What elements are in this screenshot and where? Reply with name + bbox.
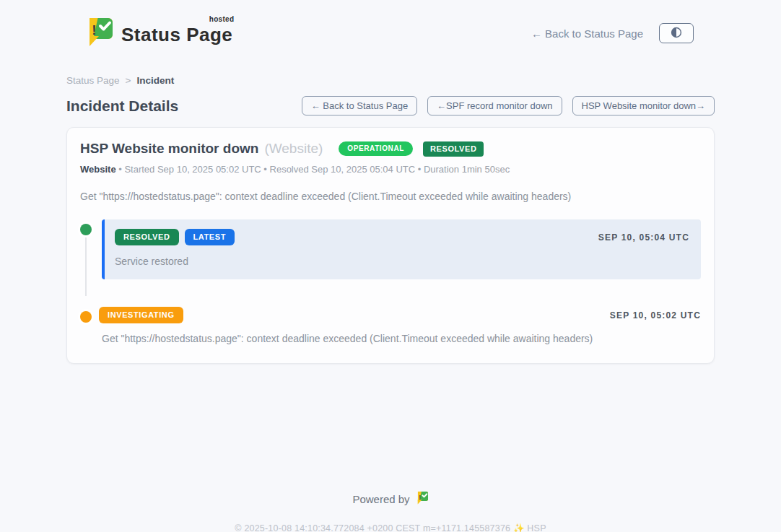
timeline-status-badge-investigating: INVESTIGATING <box>99 307 183 323</box>
next-incident-button[interactable]: HSP Website monitor down→ <box>572 96 715 115</box>
brand-superscript: hosted <box>209 15 235 23</box>
svg-text:!: ! <box>419 494 421 501</box>
incident-title: HSP Website monitor down <box>80 141 258 157</box>
brand-logo[interactable]: ! Status Page hosted <box>85 17 232 50</box>
header: ! Status Page hosted ← Back to Status Pa… <box>0 0 781 55</box>
timeline-item-investigating: INVESTIGATING SEP 10, 05:02 UTC Get "htt… <box>80 307 701 344</box>
incident-card: HSP Website monitor down (Website) OPERA… <box>66 127 715 364</box>
half-moon-contrast-icon <box>668 25 684 43</box>
page-title: Incident Details <box>66 97 178 115</box>
timeline-item-resolved: RESOLVED LATEST SEP 10, 05:04 UTC Servic… <box>80 219 701 279</box>
timeline-latest-badge: LATEST <box>185 229 235 245</box>
main-content: Status Page > Incident Incident Details … <box>66 75 715 364</box>
powered-by-label: Powered by <box>352 493 409 505</box>
incident-nav-buttons: ← Back to Status Page ←SPF record monito… <box>302 96 715 115</box>
timeline-timestamp: SEP 10, 05:02 UTC <box>610 310 701 320</box>
timeline-update-panel: RESOLVED LATEST SEP 10, 05:04 UTC Servic… <box>102 219 701 279</box>
powered-by[interactable]: Powered by ! <box>0 491 781 507</box>
timeline-message: Get "https://hostedstatus.page": context… <box>99 333 701 344</box>
timeline-timestamp: SEP 10, 05:04 UTC <box>598 232 689 243</box>
svg-text:!: ! <box>92 22 96 38</box>
breadcrumb-root[interactable]: Status Page <box>66 75 120 86</box>
incident-meta-details: • Started Sep 10, 2025 05:02 UTC • Resol… <box>118 164 510 175</box>
back-to-status-page-button[interactable]: ← Back to Status Page <box>302 96 417 115</box>
incident-meta: Website • Started Sep 10, 2025 05:02 UTC… <box>80 164 701 175</box>
header-back-link[interactable]: ← Back to Status Page <box>531 27 643 40</box>
timeline-status-badge-resolved: RESOLVED <box>115 229 179 245</box>
prev-incident-button[interactable]: ←SPF record monitor down <box>427 96 562 115</box>
incident-timeline: RESOLVED LATEST SEP 10, 05:04 UTC Servic… <box>80 219 701 344</box>
incident-meta-component: Website <box>80 164 116 175</box>
breadcrumb-separator: > <box>126 75 131 86</box>
breadcrumb-current: Incident <box>136 75 174 86</box>
brand-name: Status Page hosted <box>121 17 232 46</box>
timeline-message: Service restored <box>115 256 689 267</box>
copyright-line: © 2025-10-08 14:10:34.772084 +0200 CEST … <box>0 523 781 532</box>
incident-status-badge: RESOLVED <box>423 141 484 157</box>
timeline-dot-investigating <box>80 311 92 323</box>
timeline-dot-resolved <box>80 224 92 235</box>
incident-component: (Website) <box>264 141 323 157</box>
statuspage-logo-icon-small: ! <box>416 491 429 507</box>
statuspage-logo-icon: ! <box>85 17 114 50</box>
breadcrumb: Status Page > Incident <box>66 75 715 86</box>
theme-toggle-button[interactable] <box>659 23 694 43</box>
incident-description: Get "https://hostedstatus.page": context… <box>80 191 701 202</box>
footer: Powered by ! © 2025-10-08 14:10:34.77208… <box>0 491 781 532</box>
component-status-badge: OPERATIONAL <box>339 141 413 156</box>
